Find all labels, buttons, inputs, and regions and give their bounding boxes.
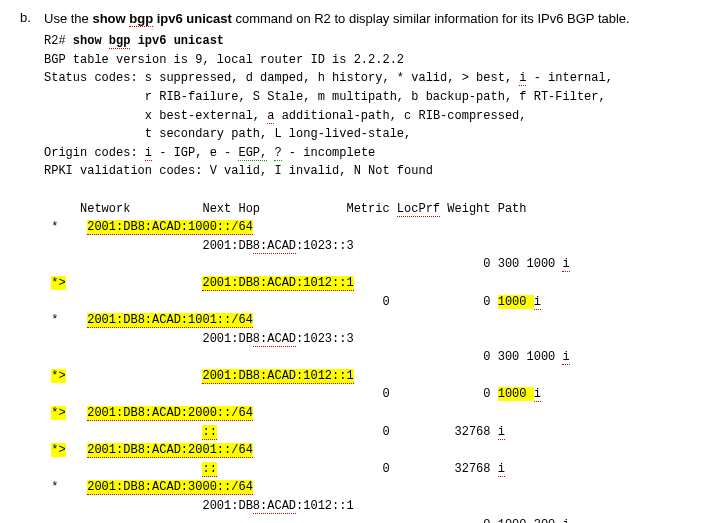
r: 2001:DB xyxy=(44,332,253,346)
nh: 2001:DB8:ACAD:1012::1 xyxy=(202,276,353,291)
best: *> xyxy=(51,369,65,383)
r xyxy=(66,443,88,457)
r: i xyxy=(562,350,569,365)
r: i xyxy=(534,295,541,310)
out-line: - incomplete xyxy=(282,146,376,160)
out-line: RPKI validation codes: V valid, I invali… xyxy=(44,164,433,178)
path: 1000 xyxy=(498,387,534,401)
best: *> xyxy=(51,276,65,290)
r: i xyxy=(498,425,505,440)
typed-cmd: show bgp ipv6 unicast xyxy=(73,34,224,49)
r xyxy=(66,369,203,383)
r: 0 32768 xyxy=(217,425,498,439)
r xyxy=(44,462,202,476)
cli-output: R2# show bgp ipv6 unicast BGP table vers… xyxy=(44,32,695,523)
r: 0 1000 300 xyxy=(44,518,562,523)
best: *> xyxy=(51,406,65,420)
r: 0 0 xyxy=(44,295,498,309)
sq-i2: i xyxy=(145,146,152,161)
r: * xyxy=(44,480,87,494)
r: 0 0 xyxy=(44,387,498,401)
r: :1023::3 xyxy=(296,239,354,253)
out-line: additional-path, c RIB-compressed, xyxy=(274,109,526,123)
kw-rest: ipv6 unicast xyxy=(130,34,224,48)
kw-show: show xyxy=(73,34,109,48)
out-line: t secondary path, L long-lived-stale, xyxy=(44,127,411,141)
nh: :: xyxy=(202,462,216,477)
cmd-rest: ipv6 unicast xyxy=(153,11,232,26)
kw-bgp: bgp xyxy=(109,34,131,49)
prompt: R2# xyxy=(44,34,73,48)
nh: :: xyxy=(202,425,216,440)
out-line: BGP table version is 9, local router ID … xyxy=(44,53,404,67)
lead-p2: command on R2 to display similar informa… xyxy=(232,11,630,26)
lead-p1: Use the xyxy=(44,11,92,26)
cmd-bgp: bgp xyxy=(129,11,153,27)
r: :1012::1 xyxy=(296,499,354,513)
r: 8:ACAD xyxy=(253,332,296,347)
hdr-locprf: LocPrf xyxy=(397,202,440,217)
net: 2001:DB8:ACAD:1001::/64 xyxy=(87,313,253,328)
sq-egp: EGP, xyxy=(238,146,267,161)
r: 0 32768 xyxy=(217,462,498,476)
hdr: Weight Path xyxy=(440,202,526,216)
path: 1000 xyxy=(498,295,534,309)
r: 8:ACAD xyxy=(253,239,296,254)
cmd-word: show bgp ipv6 unicast xyxy=(92,11,231,27)
cmd-show: show xyxy=(92,11,129,26)
step-text: Use the show bgp ipv6 unicast command on… xyxy=(44,10,630,28)
nh: 2001:DB8:ACAD:1012::1 xyxy=(202,369,353,384)
r xyxy=(44,425,202,439)
r: i xyxy=(498,462,505,477)
sq-qm: ? xyxy=(274,146,281,161)
out-line: - internal, xyxy=(526,71,612,85)
step-bullet: b. xyxy=(20,10,44,25)
best: *> xyxy=(51,443,65,457)
r: 2001:DB xyxy=(44,239,253,253)
out-line: x best-external, xyxy=(44,109,267,123)
out-line: r RIB-failure, S Stale, m multipath, b b… xyxy=(44,90,606,104)
r: :1023::3 xyxy=(296,332,354,346)
out-line: - IGP, e - xyxy=(152,146,238,160)
net: 2001:DB8:ACAD:1000::/64 xyxy=(87,220,253,235)
out-line: Origin codes: xyxy=(44,146,145,160)
net: 2001:DB8:ACAD:2001::/64 xyxy=(87,443,253,458)
r: 0 300 1000 xyxy=(44,350,562,364)
r: 8:ACAD xyxy=(253,499,296,514)
r xyxy=(66,276,203,290)
step-row: b. Use the show bgp ipv6 unicast command… xyxy=(20,10,695,28)
r: i xyxy=(534,387,541,402)
r: i xyxy=(562,257,569,272)
net: 2001:DB8:ACAD:3000::/64 xyxy=(87,480,253,495)
r: 0 300 1000 xyxy=(44,257,562,271)
r: i xyxy=(562,518,569,523)
out-line: Status codes: s suppressed, d damped, h … xyxy=(44,71,519,85)
r: * xyxy=(44,313,87,327)
r: 2001:DB xyxy=(44,499,253,513)
hdr: Network Next Hop Metric xyxy=(44,202,397,216)
r xyxy=(66,406,88,420)
net: 2001:DB8:ACAD:2000::/64 xyxy=(87,406,253,421)
r: * xyxy=(44,220,87,234)
